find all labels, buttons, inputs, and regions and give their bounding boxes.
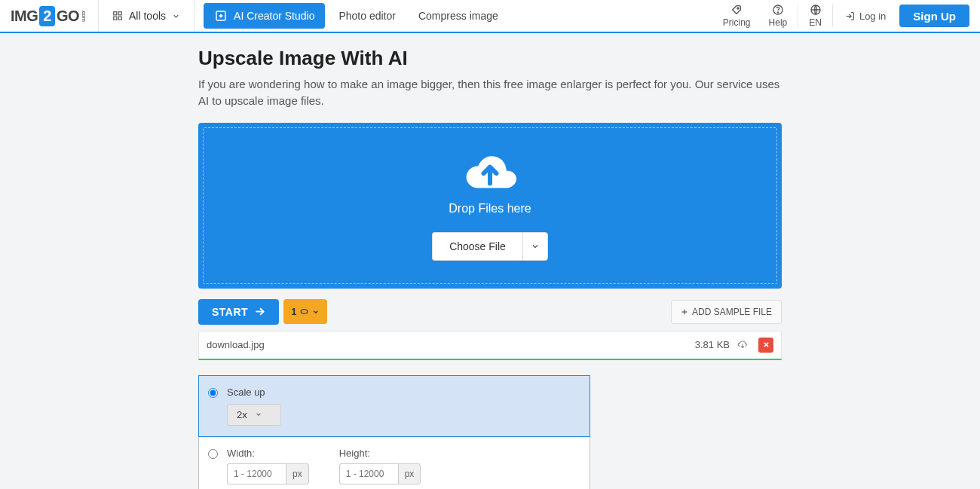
choose-file-dropdown[interactable] <box>522 232 548 261</box>
chevron-down-icon <box>531 242 540 251</box>
language-label: EN <box>809 17 822 28</box>
scale-factor-value: 2x <box>237 409 247 420</box>
option-scale-up[interactable]: Scale up 2x <box>198 375 590 437</box>
ai-creator-button[interactable]: AI Creator Studio <box>204 3 325 29</box>
grid-icon <box>112 11 123 21</box>
chevron-down-icon <box>312 308 320 316</box>
width-input[interactable] <box>227 463 286 484</box>
pricing-label: Pricing <box>723 17 751 28</box>
drop-text: Drop Files here <box>449 202 531 215</box>
login-label: Log in <box>859 11 886 22</box>
logo-text-box: 2 <box>39 6 55 26</box>
arrow-right-icon <box>254 306 265 317</box>
svg-rect-3 <box>118 17 121 20</box>
page-subtitle: If you are wondering how to make an imag… <box>198 76 782 109</box>
login-link[interactable]: Log in <box>835 0 896 32</box>
chevron-down-icon <box>172 12 180 20</box>
logo-text-post: GO <box>57 8 79 25</box>
download-file-button[interactable] <box>737 340 748 350</box>
scale-up-radio[interactable] <box>208 388 218 398</box>
height-input[interactable] <box>339 463 398 484</box>
svg-point-7 <box>777 12 778 13</box>
dropzone-inner: Drop Files here Choose File <box>203 127 777 284</box>
help-link[interactable]: Help <box>760 0 797 32</box>
credits-dropdown[interactable]: 1 <box>283 299 327 324</box>
compress-image-link[interactable]: Compress image <box>409 4 507 28</box>
all-tools-label: All tools <box>129 10 166 22</box>
close-icon <box>763 341 770 348</box>
height-unit: px <box>398 463 421 484</box>
option-dimensions[interactable]: Width: px Height: px <box>198 436 590 490</box>
help-label: Help <box>769 17 788 28</box>
add-sample-label: ADD SAMPLE FILE <box>692 307 772 317</box>
all-tools-dropdown[interactable]: All tools <box>99 0 194 32</box>
svg-point-5 <box>737 8 739 9</box>
photo-editor-link[interactable]: Photo editor <box>329 4 405 28</box>
sparkle-icon <box>214 9 228 23</box>
tag-icon <box>730 4 743 16</box>
file-row: download.jpg 3.81 KB <box>198 331 782 360</box>
logo[interactable]: IMG 2 GO .com <box>0 0 99 32</box>
download-icon <box>737 340 748 350</box>
dimensions-radio[interactable] <box>208 449 218 459</box>
signup-button[interactable]: Sign Up <box>899 5 969 27</box>
file-name: download.jpg <box>207 339 265 350</box>
nav-right: Pricing Help EN Log in Sign Up <box>714 0 980 32</box>
cloud-upload-icon <box>459 151 521 194</box>
options-panel: Scale up 2x Width: px <box>198 375 590 490</box>
svg-rect-2 <box>114 17 117 20</box>
language-select[interactable]: EN <box>800 0 831 32</box>
delete-file-button[interactable] <box>758 338 773 353</box>
height-label: Height: <box>339 448 421 459</box>
credits-count: 1 <box>291 306 296 317</box>
divider <box>798 5 798 27</box>
divider <box>832 5 833 27</box>
width-unit: px <box>286 463 309 484</box>
action-row: START 1 ADD SAMPLE FILE <box>198 299 782 325</box>
svg-rect-0 <box>114 12 117 15</box>
ai-creator-label: AI Creator Studio <box>234 10 314 22</box>
coin-icon <box>299 307 309 316</box>
file-size: 3.81 KB <box>695 339 730 350</box>
globe-icon <box>810 4 822 16</box>
dropzone[interactable]: Drop Files here Choose File <box>198 123 782 289</box>
svg-rect-1 <box>118 12 121 15</box>
svg-point-11 <box>302 310 308 313</box>
logo-suffix: .com <box>81 10 87 21</box>
start-label: START <box>212 306 248 318</box>
page-title: Upscale Image With AI <box>198 47 782 70</box>
add-sample-button[interactable]: ADD SAMPLE FILE <box>671 300 782 324</box>
start-button[interactable]: START <box>198 299 279 325</box>
chevron-down-icon <box>255 411 262 418</box>
choose-file-group: Choose File <box>432 232 548 261</box>
scale-factor-select[interactable]: 2x <box>227 404 281 426</box>
login-icon <box>845 11 855 21</box>
nav-left: AI Creator Studio Photo editor Compress … <box>194 0 507 32</box>
width-label: Width: <box>227 448 309 459</box>
page-content: Upscale Image With AI If you are wonderi… <box>192 33 788 489</box>
logo-text-pre: IMG <box>11 8 38 25</box>
plus-icon <box>681 308 688 316</box>
choose-file-button[interactable]: Choose File <box>432 232 522 261</box>
scale-up-label: Scale up <box>227 387 580 398</box>
pricing-link[interactable]: Pricing <box>714 0 760 32</box>
help-icon <box>772 4 784 16</box>
top-navigation: IMG 2 GO .com All tools AI Creator Studi… <box>0 0 980 33</box>
